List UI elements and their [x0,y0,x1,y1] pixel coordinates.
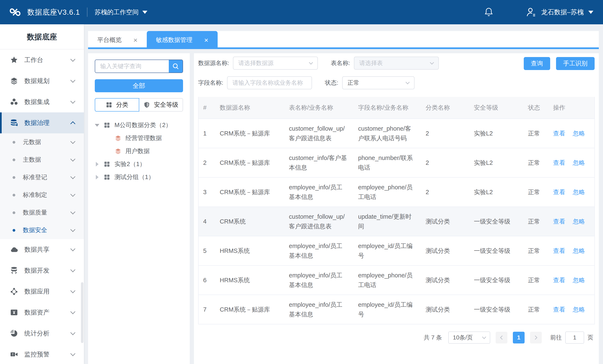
manual-identify-button[interactable]: 手工识别 [556,57,595,70]
notification-bell-icon[interactable] [484,7,494,17]
close-icon[interactable]: × [133,36,138,44]
total-count: 共 7 条 [424,334,442,341]
chevron-down-icon [70,330,75,335]
query-button[interactable]: 查询 [524,57,550,70]
sidebar-subitem-standard-setting[interactable]: 标准制定 [0,186,84,204]
view-link[interactable]: 查看 [553,277,565,283]
tab-label: 敏感数据管理 [156,36,192,44]
ignore-link[interactable]: 忽略 [573,218,585,225]
view-link[interactable]: 查看 [553,189,565,195]
close-icon[interactable]: × [204,36,209,44]
tree-leaf-user-data[interactable]: 用户数据 [95,145,183,158]
search-button[interactable] [169,60,183,72]
app-logo-icon [8,5,22,19]
bullet-icon [12,141,15,144]
bullet-icon [12,176,15,179]
sidebar-subitem-metadata[interactable]: 元数据 [0,133,84,151]
view-link[interactable]: 查看 [553,159,565,166]
sidebar-item-statistics[interactable]: 统计分析 [0,323,84,344]
view-link[interactable]: 查看 [553,218,565,225]
col-field: 字段名称/业务名称 [353,97,421,119]
cell-field: phone_number/联系电话 [353,148,421,177]
classification-tree: M公司数据分类（2） 经营管理数据 [95,119,183,184]
tab-platform-overview[interactable]: 平台概览 × [88,31,147,49]
sidebar-item-workbench[interactable]: 工作台 [0,49,84,70]
ignore-link[interactable]: 忽略 [573,189,585,195]
shield-icon [143,102,150,108]
tab-sensitive-data[interactable]: 敏感数据管理 × [147,31,218,49]
user-menu[interactable]: 龙石数据–苏槐 [525,7,593,18]
sidebar-item-data-planning[interactable]: 数据规划 [0,70,84,91]
field-name-input[interactable] [227,76,312,89]
view-link[interactable]: 查看 [553,130,565,137]
table-row: 5 HRMS系统 employee_info/员工基本信息 employee_i… [198,236,595,265]
sidebar-subitem-data-security[interactable]: 数据安全 [0,222,84,239]
sidebar: 数据底座 工作台 数据规划 数据集成 [0,24,84,364]
page-size-select[interactable]: 10条/页 [448,331,490,344]
toggle-classify-button[interactable]: 分类 [95,98,139,112]
cell-field: employee_id/员工编号 [353,236,421,265]
sidebar-item-monitoring[interactable]: 监控预警 [0,344,84,364]
sidebar-item-data-integration[interactable]: 数据集成 [0,91,84,112]
page-number-1[interactable]: 1 [513,332,525,343]
chevron-down-icon [70,227,75,232]
tree-leaf-business-data[interactable]: 经营管理数据 [95,132,183,145]
table-select[interactable]: 请选择表 [354,57,439,70]
chevron-down-icon [70,351,75,356]
ignore-link[interactable]: 忽略 [573,159,585,166]
chevron-down-icon [70,174,75,179]
workspace-selector[interactable]: 苏槐的工作空间 [94,8,147,17]
field-label: 字段名称: [198,79,223,87]
status-select[interactable]: 正常 [342,76,415,89]
pagination: 共 7 条 10条/页 1 前往 页 [198,331,593,344]
sidebar-item-data-application[interactable]: 数据应用 [0,281,84,302]
datasource-select[interactable]: 请选择数据源 [233,57,318,70]
bullet-icon [12,229,15,232]
tree-node-test-group[interactable]: 测试分组（1） [95,171,183,184]
view-link[interactable]: 查看 [553,247,565,254]
col-actions: 操作 [548,97,595,119]
view-link[interactable]: 查看 [553,306,565,313]
tree-node-root[interactable]: M公司数据分类（2） [95,119,183,132]
next-page-button[interactable] [530,332,542,343]
cell-field: employee_phone/员工电话 [353,177,421,207]
tree-node-exp2[interactable]: 实验2（1） [95,158,183,171]
sidebar-item-data-governance[interactable]: 数据治理 [0,112,84,133]
ignore-link[interactable]: 忽略 [573,247,585,254]
chevron-left-icon [500,336,504,340]
content-area: 平台概览 × 敏感数据管理 × [84,24,603,364]
layers-icon [115,135,121,141]
sidebar-scrollbar[interactable] [81,282,83,343]
goto-page-input[interactable] [565,331,584,344]
sidebar-item-data-assets[interactable]: 数据资产 [0,302,84,323]
sidebar-item-data-development[interactable]: 数据开发 [0,260,84,281]
governance-submenu: 元数据 主数据 标准登记 标准制定 数据质量 [0,133,84,239]
tree-search-input[interactable] [95,60,169,72]
tree-node-label: 测试分组（1） [115,173,154,181]
sidebar-subitem-standard-registration[interactable]: 标准登记 [0,169,84,186]
user-name: 龙石数据–苏槐 [541,8,584,17]
chevron-down-icon [406,80,410,84]
prev-page-button[interactable] [496,332,507,343]
toggle-label: 安全等级 [154,101,178,109]
sidebar-item-label: 数据规划 [24,77,65,85]
toggle-security-level-button[interactable]: 安全等级 [139,98,183,112]
table-row: 2 CRM系统－贴源库 customer_info/客户基本信息 phone_n… [198,148,595,177]
cell-level: 实验L2 [469,119,523,148]
workspace-name: 苏槐的工作空间 [94,8,139,17]
all-button[interactable]: 全部 [95,79,183,92]
ignore-link[interactable]: 忽略 [573,306,585,313]
bullet-icon [12,159,15,161]
cell-field: employee_id/员工编号 [353,295,421,324]
ignore-link[interactable]: 忽略 [573,277,585,283]
bullet-icon [12,194,15,197]
sidebar-subitem-master-data[interactable]: 主数据 [0,151,84,169]
cell-index: 1 [198,119,215,148]
sidebar-item-data-sharing[interactable]: 数据共享 [0,239,84,260]
ignore-link[interactable]: 忽略 [573,130,585,137]
cell-field: employee_phone/员工电话 [353,265,421,295]
cell-table: employee_info/员工基本信息 [284,295,353,324]
chevron-down-icon [70,78,75,82]
sidebar-subitem-data-quality[interactable]: 数据质量 [0,204,84,222]
cell-status: 正常 [523,265,548,295]
